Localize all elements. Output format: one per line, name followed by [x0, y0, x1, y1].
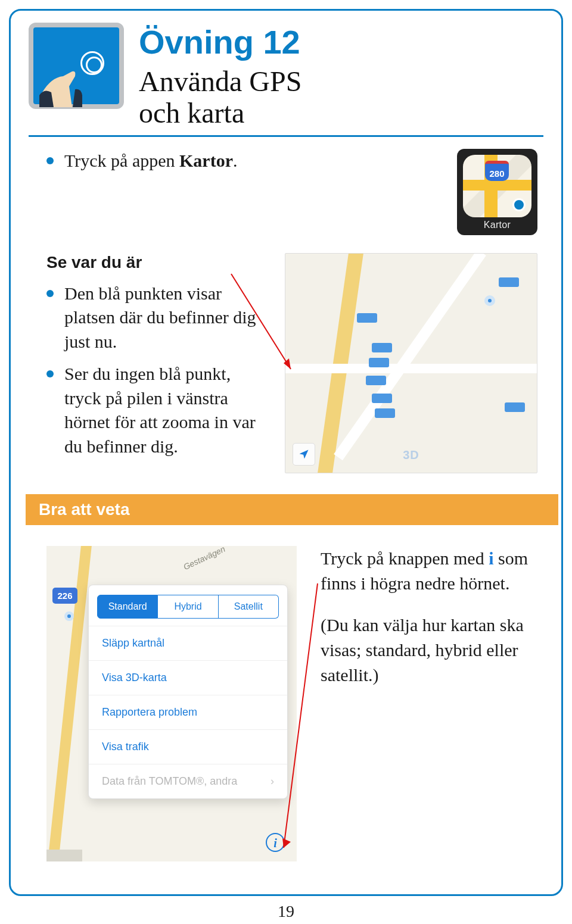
- chevron-right-icon: ›: [271, 775, 274, 788]
- segment-hybrid[interactable]: Hybrid: [158, 595, 218, 619]
- bullet-icon: [46, 370, 54, 377]
- info-button[interactable]: i: [266, 833, 285, 852]
- instruction-note: (Du kan välja hur kartan ska visas; stan…: [321, 613, 537, 688]
- segment-satellit[interactable]: Satellit: [219, 595, 279, 619]
- highway-shield-icon: 280: [485, 161, 509, 181]
- bullet-text: Den blå punkten visar platsen där du bef…: [64, 282, 267, 354]
- route-shield-icon: 226: [52, 588, 77, 604]
- exercise-title: Övning 12: [139, 23, 301, 61]
- road-name-label: Gestavägen: [182, 546, 226, 572]
- menu-drop-pin[interactable]: Släpp kartnål: [89, 626, 287, 660]
- user-location-dot-icon: [484, 295, 495, 306]
- page-subtitle: Använda GPS och karta: [139, 66, 301, 129]
- location-dot-icon: [512, 198, 526, 211]
- map-screenshot: 3D: [285, 253, 537, 473]
- bullet-icon: [46, 157, 54, 164]
- step1-text: Tryck på appen Kartor.: [64, 149, 238, 173]
- instruction-text: Tryck på knappen med i som finns i högra…: [321, 546, 537, 596]
- kartor-app-icon: 280 Kartor: [457, 149, 537, 235]
- bullet-icon: [46, 290, 54, 297]
- menu-report-problem[interactable]: Rapportera problem: [89, 695, 287, 729]
- bullet-text: Ser du ingen blå punkt, tryck på pilen i…: [64, 362, 267, 458]
- menu-show-3d[interactable]: Visa 3D-karta: [89, 660, 287, 695]
- menu-data-source[interactable]: Data från TOMTOM®, andra›: [89, 764, 287, 798]
- menu-show-traffic[interactable]: Visa trafik: [89, 729, 287, 764]
- kartor-app-label: Kartor: [457, 220, 537, 230]
- page-number: 19: [278, 902, 294, 921]
- three-d-label: 3D: [403, 448, 419, 462]
- location-arrow-icon: [298, 448, 310, 460]
- segment-standard[interactable]: Standard: [97, 595, 158, 619]
- section-heading: Se var du är: [46, 253, 267, 272]
- user-location-dot-icon: [64, 611, 74, 621]
- map-options-screenshot: Gestavägen 226 Standard Hybrid Satellit …: [46, 546, 297, 861]
- info-banner: Bra att veta: [26, 494, 558, 525]
- locate-button[interactable]: [293, 443, 315, 466]
- tablet-illustration-icon: [29, 23, 124, 109]
